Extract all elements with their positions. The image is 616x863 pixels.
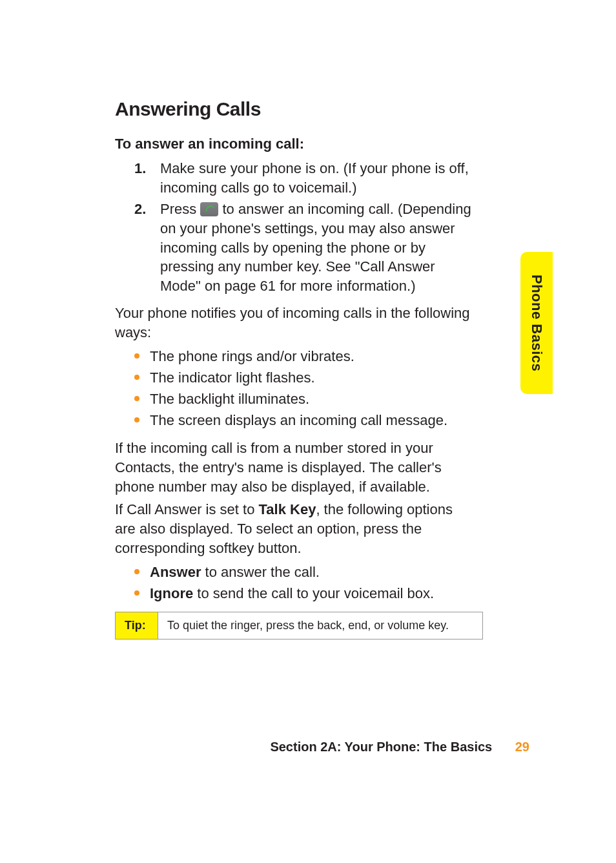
list-text: Answer to answer the call. [150,561,477,583]
bullet-icon [134,396,139,401]
talkkey-paragraph: If Call Answer is set to Talk Key, the f… [115,500,477,557]
footer-section-title: Section 2A: Your Phone: The Basics [270,740,492,754]
page-footer: Section 2A: Your Phone: The Basics 29 [0,740,616,754]
tip-label: Tip: [116,612,158,639]
list-item: The backlight illuminates. [134,388,477,410]
talkkey-pre: If Call Answer is set to [115,501,259,517]
step-number: 2. [134,200,160,295]
section-tab: Phone Basics [520,252,553,394]
step-text: Press to answer an incoming call. (Depen… [160,200,477,295]
bullet-icon [134,569,139,574]
notify-list: The phone rings and/or vibrates. The ind… [134,346,477,431]
option-rest: to answer the call. [201,564,319,580]
numbered-steps: 1. Make sure your phone is on. (If your … [134,159,477,296]
option-bold: Ignore [150,585,193,601]
list-text: The phone rings and/or vibrates. [150,346,477,367]
talkkey-bold: Talk Key [259,501,316,517]
tip-box: Tip: To quiet the ringer, press the back… [115,612,483,639]
step-1: 1. Make sure your phone is on. (If your … [134,159,477,197]
step-text: Make sure your phone is on. (If your pho… [160,159,477,197]
list-item: Ignore to send the call to your voicemai… [134,583,477,604]
tip-text: To quiet the ringer, press the back, end… [158,612,482,639]
notify-paragraph: Your phone notifies you of incoming call… [115,304,477,342]
list-text: Ignore to send the call to your voicemai… [150,583,477,604]
contacts-paragraph: If the incoming call is from a number st… [115,439,477,496]
bullet-icon [134,590,139,596]
option-bold: Answer [150,564,201,580]
step-2: 2. Press to answer an incoming call. (De… [134,200,477,295]
step-text-pre: Press [160,201,200,217]
section-tab-label: Phone Basics [528,275,545,371]
options-list: Answer to answer the call. Ignore to sen… [134,561,477,604]
list-text: The screen displays an incoming call mes… [150,410,477,431]
bullet-icon [134,417,139,422]
bullet-icon [134,353,139,359]
section-heading: Answering Calls [115,98,477,120]
list-text: The backlight illuminates. [150,388,477,410]
list-item: The indicator light flashes. [134,367,477,388]
bullet-icon [134,375,139,380]
subheading: To answer an incoming call: [115,136,477,152]
list-item: The screen displays an incoming call mes… [134,410,477,431]
option-rest: to send the call to your voicemail box. [193,585,434,601]
list-text: The indicator light flashes. [150,367,477,388]
list-item: Answer to answer the call. [134,561,477,583]
page-content: Answering Calls To answer an incoming ca… [115,98,477,639]
talk-key-icon [200,202,218,216]
step-number: 1. [134,159,160,197]
footer-page-number: 29 [515,740,529,754]
list-item: The phone rings and/or vibrates. [134,346,477,367]
